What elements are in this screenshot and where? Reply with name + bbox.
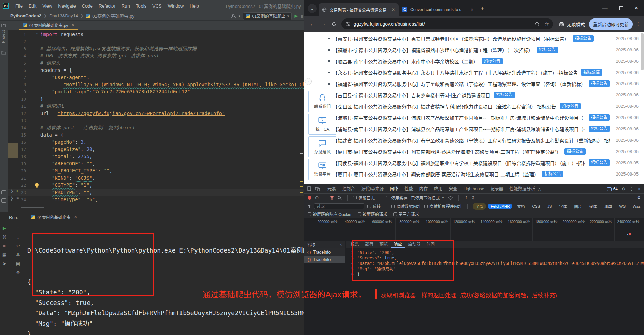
breadcrumb-file[interactable]: 01案例的基础爬虫.py [92, 13, 134, 19]
unified-ca-widget[interactable]: 统一CA [308, 114, 336, 135]
trade-list-item[interactable]: 【古田县-宁德市公共资源交易中心】吉巷乡奎楼村等5村生产道路建设项目 招标公告 … [304, 89, 644, 101]
throttling-select[interactable]: 已停用节流模式▼ [411, 195, 444, 201]
menu-item[interactable]: File [12, 3, 26, 9]
devtools-panel-tab[interactable]: 性能 [402, 184, 416, 193]
blocked-cookies-checkbox[interactable]: 被屏蔽的响应 Cookie [308, 211, 351, 217]
trade-list-item[interactable]: 【厦门市-厦门市公共资源交易中心】翔安南部欧厝-蔡厝沿岸海域生态修复项目-二期工… [304, 146, 644, 157]
trade-item-title[interactable]: 【惠安县-泉州市公共资源交易中心】惠安县崇武镇老旧小区（海景湾花园）改造基础设施… [333, 35, 569, 42]
editor-error-stripe[interactable] [299, 30, 304, 211]
more-actions-icon[interactable]: ▮ [300, 14, 303, 18]
inspect-element-icon[interactable] [307, 186, 312, 192]
menu-item[interactable]: VCS [149, 3, 165, 9]
devtools-panel-tab[interactable]: 安全 [446, 184, 460, 193]
trade-list-item[interactable]: 【浦城县-南平市公共资源交易中心】浦城县农产品精深加工产业园项目--一期标准厂房… [304, 112, 644, 123]
back-icon[interactable]: ← [310, 21, 315, 27]
menu-item[interactable]: Code [79, 3, 96, 9]
down-stack-icon[interactable]: ↓ [17, 232, 19, 241]
code-line[interactable]: 8 "Mozilla/5.0 (Windows NT 10.0; Win64; … [8, 81, 304, 88]
menu-item[interactable]: Help [187, 3, 202, 9]
menu-item[interactable]: Window [165, 3, 187, 9]
filter-input[interactable]: 过滤 [314, 203, 364, 209]
code-line[interactable]: 21 "KIND": "GCJS", [8, 175, 304, 182]
restore-layout-icon[interactable]: ▦ [2, 250, 6, 259]
code-line[interactable]: 6 headers = { [8, 67, 304, 74]
resource-type-pill[interactable]: JS [545, 204, 554, 209]
reload-icon[interactable] [332, 22, 337, 27]
search-icon[interactable] [535, 22, 540, 26]
page-scrollbar[interactable] [641, 33, 644, 70]
code-line[interactable]: 20 "M_PROJECT_TYPE": "", [8, 167, 304, 175]
network-overview-timeline[interactable]: 200000 毫秒400000 毫秒600000 毫秒800000 毫秒1000… [304, 218, 644, 241]
breadcrumb-folder[interactable]: Day13&Day14 [49, 13, 78, 18]
editor-tab[interactable]: 01案例的基础爬虫.py ✕ [19, 21, 78, 30]
search-network-icon[interactable] [337, 196, 342, 200]
rerun-icon[interactable]: ▶ [3, 223, 6, 232]
menu-item[interactable]: Refactor [96, 3, 119, 9]
minimize-window-icon[interactable]: — [602, 5, 608, 11]
tool-window-project[interactable]: Project [1, 30, 5, 43]
print-icon[interactable]: ▤ [16, 259, 20, 268]
trade-item-title[interactable]: 【古田县-宁德市公共资源交易中心】吉巷乡奎楼村等5村生产道路建设项目 [333, 92, 490, 99]
devtools-panel-tab[interactable]: 记录器 [487, 184, 507, 193]
name-column-header[interactable]: 名称 × [304, 241, 345, 248]
pin-icon[interactable]: ➤ [3, 259, 6, 268]
close-tab-icon[interactable]: ✕ [71, 23, 75, 27]
hide-tabs-icon[interactable]: — [12, 23, 16, 28]
relaunch-to-update-button[interactable]: 重新启动即可更新 [589, 18, 633, 30]
trade-item-title[interactable]: 【浦城县-南平市公共资源交易中心】浦城县农产品精深加工产业园项目--一期标准厂房… [333, 114, 585, 121]
trade-list-item[interactable]: 【福建省-福州市公共资源交易服务中心】寿宁至政和高速公路（宁德段）工程可行性研究… [304, 134, 644, 146]
tool-window-icon[interactable] [1, 190, 6, 194]
invert-filter-checkbox[interactable]: 反转 [367, 203, 381, 209]
trade-list-item[interactable]: 【永泰县-福州市公共资源交易服务中心】永泰县十八坪路排水提升工程（十八坪路提升改… [304, 67, 644, 78]
trade-item-title[interactable]: 【厦门市-厦门市公共资源交易中心】翔安南部欧厝-蔡厝沿岸海域生态修复项目-二期工… [333, 171, 539, 178]
code-line[interactable]: 18 "total": 2755, [8, 153, 304, 160]
devtools-panel-tab[interactable]: Lighthouse [460, 184, 487, 193]
code-line[interactable]: 23 "PROTYPE": "", [8, 189, 304, 196]
browser-tab[interactable]: C Convert curl commands to c ✕ [399, 3, 477, 16]
trade-item-title[interactable]: 【闽侯县-福州市公共资源交易服务中心】福州旅游职业中专学校工美楼建设项目（旧综合… [333, 159, 585, 166]
resource-type-pill[interactable]: 文档 [514, 203, 527, 210]
trade-list-item[interactable]: 【福建省-福州市公共资源交易服务中心】寿宁至政和高速公路（宁德段）工程勘察监理、… [304, 78, 644, 89]
code-editor[interactable]: 1 import requests 2 3 # 基础爬虫，既是模仿Ajax发送数… [8, 30, 304, 211]
code-line[interactable]: 24 "timeType": "6", [8, 196, 304, 203]
code-line[interactable]: 16 "pageNo": 3, [8, 139, 304, 146]
close-window-icon[interactable]: × [635, 5, 638, 11]
close-tab-icon[interactable]: ✕ [392, 7, 395, 12]
record-network-icon[interactable] [308, 196, 311, 200]
supervision-platform-widget[interactable]: 监督平台 [308, 159, 336, 180]
breadcrumb-project[interactable]: PythonCodes2 [10, 13, 41, 18]
trade-list-item[interactable]: 【闽侯县-福州市公共资源交易服务中心】福州旅游职业中专学校工美楼建设项目（旧综合… [304, 157, 644, 168]
resource-type-pill[interactable]: 字体 [556, 203, 570, 210]
code-line[interactable]: 19 "AREACODE": "", [8, 160, 304, 167]
close-tab-icon[interactable]: ✕ [74, 215, 77, 219]
project-folder-icon[interactable] [1, 23, 6, 27]
device-toolbar-icon[interactable] [315, 186, 320, 191]
trade-item-title[interactable]: 【福建省-福州市公共资源交易服务中心】寿宁至政和高速公路（宁德段）工程可行性研究… [333, 137, 610, 144]
menu-item[interactable]: View [39, 3, 55, 9]
run-configuration-selector[interactable]: 01案例的基础爬虫 ▾ [243, 12, 292, 20]
run-button[interactable]: ▶ [294, 13, 298, 18]
url-text[interactable]: ggzyfw.fujian.gov.cn/business/list/ [354, 21, 425, 27]
menu-item[interactable]: Edit [26, 3, 39, 9]
code-line[interactable]: 1 import requests [8, 31, 304, 38]
intention-bulb-icon[interactable] [35, 183, 39, 187]
resource-type-pill[interactable]: 图片 [572, 203, 585, 210]
code-line[interactable]: 15 data = { [8, 131, 304, 139]
stop-icon[interactable]: ■ [3, 241, 6, 250]
blocked-requests-checkbox[interactable]: 被屏蔽的请求 [358, 211, 387, 217]
code-line[interactable]: 17 "pageSize": 20, [8, 146, 304, 153]
network-request-row[interactable]: {} TradeInfo [304, 248, 345, 256]
third-party-checkbox[interactable]: 第三方请求 [393, 211, 419, 217]
editor-horizontal-scrollbar[interactable] [21, 207, 44, 208]
menu-item[interactable]: Run [119, 3, 133, 9]
resource-type-pill[interactable]: Fetch/XHR [488, 204, 512, 209]
resource-type-pill[interactable]: 媒体 [587, 203, 600, 210]
trade-item-title[interactable]: 【浦城县-南平市公共资源交易中心】浦城县农产品精深加工产业园项目--一期标准厂房… [333, 126, 585, 132]
resource-type-pill[interactable]: 清单 [602, 203, 615, 210]
menu-item[interactable]: Navigate [55, 3, 79, 9]
devtools-panel-tab[interactable]: 元素 [324, 184, 339, 193]
devtools-panel-tab[interactable]: 内存 [416, 184, 431, 193]
devtools-menu-icon[interactable]: ⋮ [630, 186, 634, 191]
devtools-panel-tab[interactable]: 网络 [387, 184, 402, 193]
console-drawer-badge[interactable]: 64 [607, 186, 618, 191]
